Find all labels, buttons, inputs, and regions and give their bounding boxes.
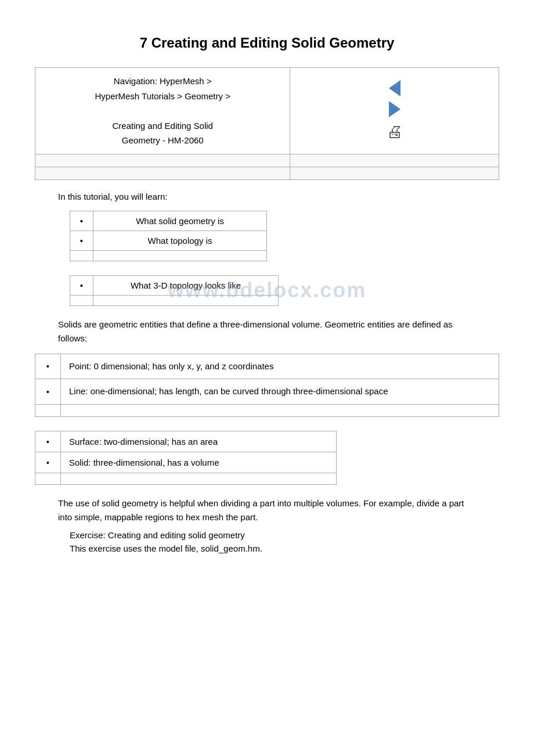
nav-bottom-cell-2 — [290, 167, 499, 179]
nav-line2: HyperMesh Tutorials > Geometry > — [95, 91, 230, 101]
learn-row-3d: • What 3-D topology looks like — [70, 275, 279, 295]
nav-line3: Creating and Editing Solid — [112, 121, 212, 131]
nav-line1: Navigation: HyperMesh > — [114, 76, 212, 86]
nav-icon-row: 🖨 — [300, 80, 489, 141]
entities-table-2: • Surface: two-dimensional; has an area … — [35, 431, 337, 485]
entity-bullet-4: • — [35, 452, 61, 473]
entities2-empty-row — [35, 473, 337, 484]
entity-bullet-1: • — [35, 354, 61, 379]
bullet-2: • — [70, 231, 93, 250]
entity-row-surface: • Surface: two-dimensional; has an area — [35, 431, 337, 452]
entity-item-3: Surface: two-dimensional; has an area — [61, 431, 337, 452]
learn-empty-row-2 — [70, 295, 279, 305]
learn-item-1: What solid geometry is — [93, 211, 267, 231]
watermark-container: • What 3-D topology looks like www.bdelo… — [35, 275, 499, 306]
learn-empty-4 — [93, 295, 279, 305]
learn-empty-2 — [93, 250, 267, 261]
entities-table-1: • Point: 0 dimensional; has only x, y, a… — [35, 354, 499, 417]
entity-item-2: Line: one-dimensional; has length, can b… — [61, 379, 499, 405]
learn-row-1: • What solid geometry is — [70, 211, 267, 231]
learn-item-3d: What 3-D topology looks like — [93, 275, 279, 295]
description-text: Solids are geometric entities that defin… — [58, 318, 476, 345]
learn-row-2: • What topology is — [70, 231, 267, 250]
nav-line4: Geometry - HM-2060 — [122, 135, 204, 145]
printer-icon[interactable]: 🖨 — [387, 122, 403, 141]
learn-item-2: What topology is — [93, 231, 267, 250]
entity-row-line: • Line: one-dimensional; has length, can… — [35, 379, 499, 405]
entities2-empty-1 — [35, 473, 61, 484]
entity-row-solid: • Solid: three-dimensional, has a volume — [35, 452, 337, 473]
entity-row-point: • Point: 0 dimensional; has only x, y, a… — [35, 354, 499, 379]
intro-text: In this tutorial, you will learn: — [58, 192, 476, 201]
entity-item-1: Point: 0 dimensional; has only x, y, and… — [61, 354, 499, 379]
use-text: The use of solid geometry is helpful whe… — [58, 496, 476, 524]
learn-table-1: • What solid geometry is • What topology… — [70, 211, 267, 261]
learn-empty-1 — [70, 250, 93, 261]
forward-arrow-icon[interactable] — [389, 101, 400, 117]
bullet-3d: • — [70, 275, 93, 295]
learn-table-2: • What 3-D topology looks like — [70, 275, 279, 306]
nav-icons-cell: 🖨 — [290, 68, 499, 154]
entities2-empty-2 — [61, 473, 337, 484]
entity-bullet-2: • — [35, 379, 61, 405]
entities-empty-1 — [35, 404, 61, 416]
nav-bottom-cell-1 — [35, 167, 290, 179]
entity-bullet-3: • — [35, 431, 61, 452]
bullet-1: • — [70, 211, 93, 231]
gap-1 — [35, 264, 499, 275]
page-title: 7 Creating and Editing Solid Geometry — [35, 35, 499, 51]
model-label: This exercise uses the model file, solid… — [70, 543, 464, 553]
nav-empty-cell-1 — [35, 154, 290, 167]
navigation-table: Navigation: HyperMesh > HyperMesh Tutori… — [35, 67, 499, 180]
entity-item-4: Solid: three-dimensional, has a volume — [61, 452, 337, 473]
nav-empty-cell-2 — [290, 154, 499, 167]
learn-empty-3 — [70, 295, 93, 305]
gap-2 — [35, 419, 499, 431]
entities-empty-row — [35, 404, 499, 416]
learn-empty-row — [70, 250, 267, 261]
nav-text-cell: Navigation: HyperMesh > HyperMesh Tutori… — [35, 68, 290, 154]
entities-empty-2 — [61, 404, 499, 416]
back-arrow-icon[interactable] — [389, 80, 400, 96]
exercise-label: Exercise: Creating and editing solid geo… — [70, 530, 464, 540]
